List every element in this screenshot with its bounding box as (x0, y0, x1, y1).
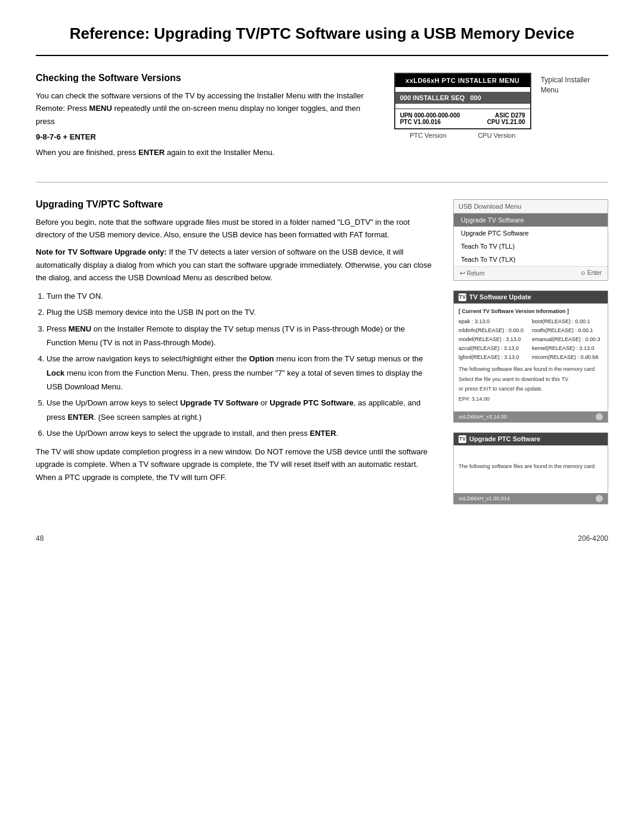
upgrading-left: Upgrading TV/PTC Software Before you beg… (36, 199, 435, 504)
tv-update-ep: EP#: 3.14.00 (459, 395, 603, 404)
step-2: Plug the USB memory device into the USB … (47, 305, 435, 319)
version-labels: PTC Version CPU Version (394, 132, 531, 139)
v0-val: boot(RELEASE) : 0.00.1 (532, 318, 603, 326)
v2-val: emanual(RELEASE) : 0.00.3 (532, 336, 603, 344)
installer-menu-container: xxLD66xH PTC INSTALLER MENU 000 INSTALLE… (394, 73, 531, 139)
usb-menu-enter: ⊙ Enter (581, 270, 602, 277)
tv-update-note2: Select the file you want to download to … (459, 376, 603, 383)
usb-menu-return: ↩ Return (460, 270, 485, 277)
v4-key: lgfonl(RELEASE) : 3.13.0 (459, 354, 530, 362)
upgrading-heading: Upgrading TV/PTC Software (36, 199, 435, 210)
v4-val: micom(RELEASE) : 0.d0.b8 (532, 354, 603, 362)
ptc-icon: TV (459, 435, 466, 443)
ptc-note: The following software files are found i… (459, 463, 603, 469)
checking-para1: You can check the software versions of t… (36, 89, 376, 128)
tv-update-icon: TV (459, 293, 466, 301)
step-5: Use the Up/Down arrow keys to select Upg… (47, 396, 435, 424)
ptc-footer-file: xxLD66xH_v1.00.014 (459, 496, 510, 501)
upgrading-right: USB Download Menu Upgrade TV Software Up… (453, 199, 608, 504)
page-title: Reference: Upgrading TV/PTC Software usi… (36, 24, 608, 44)
installer-menu-row-highlight: 000 INSTALLER SEQ 000 (395, 92, 530, 104)
checking-para2: When you are finished, press ENTER again… (36, 146, 376, 159)
footer-page-number: 48 (36, 534, 44, 543)
installer-menu-cpu: ASIC D279 CPU V1.21.00 (487, 112, 525, 125)
step-6: Use the Up/Down arrow keys to select the… (47, 426, 435, 440)
installer-menu-bottom: UPN 000-000-000-000 PTC V1.00.016 ASIC D… (395, 109, 530, 128)
ptc-body: The following software files are found i… (454, 445, 608, 493)
mid-divider (36, 182, 608, 182)
tv-update-title-text: TV Software Update (469, 293, 531, 301)
tv-version-info-label: [ Current TV Software Version Informatio… (459, 308, 603, 316)
step-3: Press MENU on the Installer Remote to di… (47, 322, 435, 350)
tv-update-footer-circle (596, 413, 603, 420)
tv-update-body: [ Current TV Software Version Informatio… (454, 304, 608, 411)
v1-key: mldinfo(RELEASE) : 0.00.0 (459, 327, 530, 335)
ptc-version-label: PTC Version (410, 132, 447, 139)
ptc-footer-circle (596, 495, 603, 502)
step-4: Use the arrow navigation keys to select/… (47, 352, 435, 394)
installer-menu: xxLD66xH PTC INSTALLER MENU 000 INSTALLE… (394, 73, 531, 129)
usb-menu-item-3: Teach To TV (TLX) (454, 253, 608, 266)
footer-doc-number: 206-4200 (578, 534, 608, 543)
typical-label: Typical InstallerMenu (541, 75, 590, 95)
upgrading-para1: Before you begin, note that the software… (36, 216, 435, 241)
checking-left: Checking the Software Versions You can c… (36, 73, 376, 164)
tv-version-grid: epak : 3.13.0 boot(RELEASE) : 0.00.1 mld… (459, 318, 603, 362)
upgrading-section: Upgrading TV/PTC Software Before you beg… (36, 199, 608, 504)
checking-keycode: 9-8-7-6 + ENTER (36, 132, 376, 141)
tv-update-note3: or press EXIT to cancel the update. (459, 385, 603, 393)
tv-update-footer-file: xxLD66xH_v3.14.00 (459, 414, 507, 420)
usb-menu-title: USB Download Menu (454, 200, 608, 213)
footer: 48 206-4200 (36, 534, 608, 543)
tv-update-note1: The following software files are found i… (459, 366, 603, 373)
tv-software-update-box: TV TV Software Update [ Current TV Softw… (453, 290, 608, 423)
usb-download-menu: USB Download Menu Upgrade TV Software Up… (453, 199, 608, 281)
checking-right: xxLD66xH PTC INSTALLER MENU 000 INSTALLE… (394, 73, 608, 164)
installer-menu-outer: xxLD66xH PTC INSTALLER MENU 000 INSTALLE… (394, 73, 590, 139)
ptc-upgrade-box: TV Upgrade PTC Software The following so… (453, 432, 608, 504)
tv-update-footer: xxLD66xH_v3.14.00 (454, 411, 608, 422)
usb-menu-item-1: Upgrade PTC Software (454, 227, 608, 240)
ptc-title-text: Upgrade PTC Software (469, 435, 540, 442)
checking-heading: Checking the Software Versions (36, 73, 376, 83)
steps-list: Turn the TV ON. Plug the USB memory devi… (47, 289, 435, 441)
usb-menu-footer: ↩ Return ⊙ Enter (454, 266, 608, 280)
v1-val: rootfs(RELEASE) : 0.00.1 (532, 327, 603, 335)
cpu-version-label: CPU Version (478, 132, 515, 139)
upgrading-note: Note for TV Software Upgrade only: If th… (36, 246, 435, 284)
ptc-title: TV Upgrade PTC Software (454, 433, 608, 445)
v2-key: model(RELEASE) : 3.13.0 (459, 336, 530, 344)
top-divider (36, 55, 608, 56)
installer-menu-upn-asic: UPN 000-000-000-000 PTC V1.00.016 (400, 112, 460, 125)
tv-update-title: TV TV Software Update (454, 291, 608, 304)
checking-section: Checking the Software Versions You can c… (36, 73, 608, 164)
usb-menu-item-2: Teach To TV (TLL) (454, 240, 608, 253)
v0-key: epak : 3.13.0 (459, 318, 530, 326)
installer-menu-title: xxLD66xH PTC INSTALLER MENU (395, 74, 530, 87)
usb-menu-item-0: Upgrade TV Software (454, 213, 608, 227)
ptc-footer: xxLD66xH_v1.00.014 (454, 493, 608, 504)
upgrading-closing: The TV will show update completion progr… (36, 445, 435, 484)
v3-val: kernel(RELEASE) : 3.13.0 (532, 345, 603, 353)
v3-key: azcal(RELEASE) : 3.13.0 (459, 345, 530, 353)
step-1: Turn the TV ON. (47, 289, 435, 303)
